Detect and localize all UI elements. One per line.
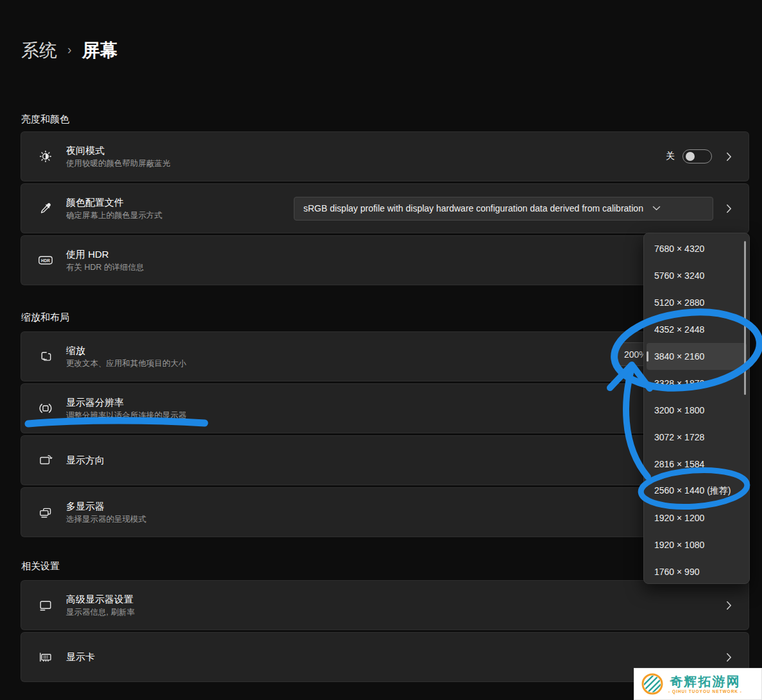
color-profile-dropdown[interactable]: sRGB display profile with display hardwa… (294, 197, 713, 221)
hdr-icon: HDR (37, 252, 54, 269)
resolution-option-label: 2560 × 1440 (推荐) (654, 485, 731, 497)
advanced-display-icon (37, 597, 54, 613)
resolution-option[interactable]: 4352 × 2448 (647, 316, 747, 343)
row-text: 缩放更改文本、应用和其他项目的大小 (66, 344, 187, 369)
row-title: 多显示器 (66, 500, 146, 513)
row-subtitle: 显示器信息, 刷新率 (66, 607, 135, 618)
settings-row-multi-display[interactable]: 多显示器选择显示器的呈现模式 (21, 487, 749, 537)
row-text: 夜间模式使用较暖的颜色帮助屏蔽蓝光 (66, 144, 171, 169)
row-title: 夜间模式 (66, 144, 171, 157)
multi-display-icon (37, 504, 54, 521)
resolution-option[interactable]: 1920 × 1200 (647, 504, 747, 531)
breadcrumb-separator-icon: › (67, 42, 72, 57)
eyedropper-icon (37, 200, 54, 217)
watermark-logo-icon (641, 672, 664, 696)
resolution-option[interactable]: 3072 × 1728 (647, 424, 747, 451)
svg-text:HDR: HDR (41, 258, 50, 263)
night-light-toggle-label: 关 (666, 151, 675, 162)
page-title: 屏幕 (82, 38, 118, 63)
orientation-icon (37, 452, 54, 469)
resolution-option-label: 1920 × 1200 (654, 513, 704, 523)
resolution-option-label: 1760 × 990 (654, 567, 699, 577)
chevron-right-icon (726, 601, 732, 610)
row-title: 高级显示器设置 (66, 593, 135, 606)
resolution-option-label: 1920 × 1080 (654, 540, 704, 550)
breadcrumb: 系统 › 屏幕 (21, 38, 118, 63)
chevron-right-icon (726, 204, 732, 213)
resolution-option[interactable]: 3200 × 1800 (647, 397, 747, 424)
row-subtitle: 有关 HDR 的详细信息 (66, 262, 144, 273)
resolution-option[interactable]: 1920 × 1080 (647, 531, 747, 558)
row-subtitle: 选择显示器的呈现模式 (66, 514, 146, 525)
toggle-knob (686, 152, 695, 161)
scale-icon (37, 348, 54, 365)
chevron-right-icon (726, 152, 732, 162)
resolution-option[interactable]: 3328 × 1872 (647, 370, 747, 397)
resolution-option-label: 3072 × 1728 (654, 432, 704, 442)
resolution-flyout: 7680 × 43205760 × 32405120 × 28804352 × … (643, 233, 750, 584)
resolution-option-label: 3840 × 2160 (654, 351, 704, 362)
row-title: 显示卡 (66, 651, 95, 663)
row-text: 显示方向 (66, 454, 105, 467)
section-title: 亮度和颜色 (21, 113, 69, 126)
resolution-option[interactable]: 2816 × 1584 (647, 451, 747, 478)
row-title: 使用 HDR (66, 248, 144, 261)
settings-group: 夜间模式使用较暖的颜色帮助屏蔽蓝光关 颜色配置文件确定屏幕上的颜色显示方式sRG… (21, 131, 749, 285)
row-title: 缩放 (66, 344, 187, 357)
row-subtitle: 更改文本、应用和其他项目的大小 (66, 358, 187, 369)
chevron-right-icon (726, 653, 732, 662)
selection-indicator (647, 351, 648, 362)
resolution-icon (37, 400, 54, 417)
settings-window: 系统 › 屏幕 亮度和颜色 夜间模式使用较暖的颜色帮助屏蔽蓝光关 颜色配置文件确… (0, 0, 762, 700)
resolution-option-label: 3200 × 1800 (654, 405, 704, 415)
settings-row-orientation[interactable]: 显示方向 (21, 435, 749, 485)
settings-row-eyedropper[interactable]: 颜色配置文件确定屏幕上的颜色显示方式sRGB display profile w… (21, 183, 749, 233)
resolution-option-label: 4352 × 2448 (654, 324, 704, 335)
settings-row-resolution[interactable]: 显示器分辨率调整分辨率以适合所连接的显示器 (21, 383, 749, 433)
row-subtitle: 确定屏幕上的颜色显示方式 (66, 210, 162, 221)
watermark-title: 奇辉拓游网 (670, 674, 741, 688)
resolution-option[interactable]: 1760 × 990 (647, 558, 747, 585)
resolution-option-label: 2816 × 1584 (654, 459, 704, 469)
resolution-option-label: 3328 × 1872 (654, 378, 704, 388)
flyout-scrollbar[interactable] (744, 241, 746, 395)
resolution-option-label: 5760 × 3240 (654, 271, 704, 281)
row-text: 使用 HDR有关 HDR 的详细信息 (66, 248, 144, 273)
row-text: 高级显示器设置显示器信息, 刷新率 (66, 593, 135, 618)
chevron-down-icon (652, 206, 661, 211)
night-light-toggle[interactable] (682, 149, 712, 163)
settings-group: 高级显示器设置显示器信息, 刷新率 显示卡 (21, 580, 749, 682)
row-title: 显示器分辨率 (66, 396, 187, 409)
row-text: 颜色配置文件确定屏幕上的颜色显示方式 (66, 196, 162, 221)
settings-row-advanced-display[interactable]: 高级显示器设置显示器信息, 刷新率 (21, 580, 749, 630)
row-text: 显示器分辨率调整分辨率以适合所连接的显示器 (66, 396, 187, 421)
breadcrumb-system[interactable]: 系统 (21, 38, 57, 63)
resolution-option[interactable]: 3840 × 2160 (647, 343, 747, 370)
resolution-option-label: 5120 × 2880 (654, 297, 704, 308)
resolution-option[interactable]: 2560 × 1440 (推荐) (647, 478, 747, 504)
section-title: 缩放和布局 (21, 312, 69, 324)
resolution-option[interactable]: 5760 × 3240 (647, 262, 747, 289)
watermark-subtitle: - QIHUI TUOYOU NETWORK - (668, 689, 742, 694)
row-subtitle: 调整分辨率以适合所连接的显示器 (66, 410, 187, 421)
settings-row-hdr[interactable]: HDR使用 HDR有关 HDR 的详细信息 (21, 235, 749, 285)
row-text: 显示卡 (66, 651, 95, 663)
resolution-option[interactable]: 7680 × 4320 (647, 235, 747, 262)
color-profile-value: sRGB display profile with display hardwa… (303, 203, 643, 213)
night-light-icon (37, 148, 54, 165)
display-adapter-icon (37, 649, 54, 665)
resolution-option[interactable]: 5120 × 2880 (647, 289, 747, 316)
watermark: 奇辉拓游网 - QIHUI TUOYOU NETWORK - (634, 668, 762, 700)
row-title: 显示方向 (66, 454, 105, 467)
section-title: 相关设置 (21, 560, 60, 572)
row-subtitle: 使用较暖的颜色帮助屏蔽蓝光 (66, 158, 171, 169)
resolution-option-label: 7680 × 4320 (654, 244, 704, 254)
row-title: 颜色配置文件 (66, 196, 162, 209)
row-text: 多显示器选择显示器的呈现模式 (66, 500, 146, 525)
settings-row-night-light[interactable]: 夜间模式使用较暖的颜色帮助屏蔽蓝光关 (21, 131, 749, 181)
